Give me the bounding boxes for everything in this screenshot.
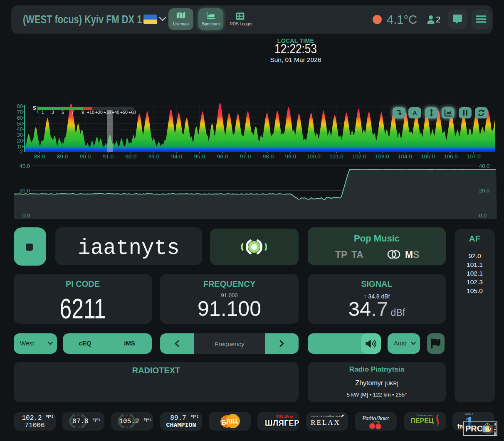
- svg-text:A: A: [413, 109, 417, 116]
- svg-text:1: 1: [197, 414, 198, 419]
- svg-text:1: 1: [150, 418, 151, 422]
- svg-text:TV: TV: [484, 426, 492, 433]
- svg-text:1: 1: [98, 418, 100, 422]
- svg-text:1: 1: [52, 414, 53, 419]
